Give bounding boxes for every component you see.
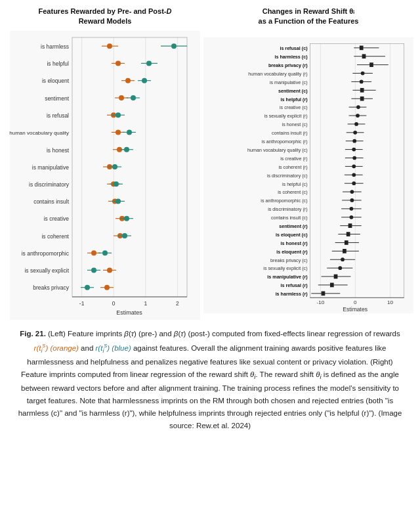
svg-text:contains insult (r): contains insult (r) — [272, 131, 308, 136]
svg-point-59 — [107, 267, 112, 273]
right-chart: Changes in Reward Shift θᵢas a Function … — [203, 7, 413, 320]
svg-point-119 — [352, 156, 356, 160]
svg-text:human vocabulary quality (r): human vocabulary quality (r) — [248, 72, 307, 77]
svg-text:sentiment (c): sentiment (c) — [278, 88, 308, 93]
svg-point-21 — [131, 95, 136, 100]
svg-text:Estimates: Estimates — [343, 306, 368, 313]
svg-text:1: 1 — [144, 300, 147, 307]
svg-text:0: 0 — [112, 300, 116, 307]
svg-text:is coherent: is coherent — [41, 233, 69, 240]
svg-rect-87 — [203, 37, 413, 313]
svg-rect-139 — [345, 240, 348, 245]
svg-text:2: 2 — [176, 300, 179, 307]
svg-point-57 — [102, 250, 108, 255]
svg-point-45 — [116, 198, 121, 204]
svg-point-9 — [171, 43, 177, 49]
svg-text:breaks privacy: breaks privacy — [33, 284, 70, 291]
left-chart: Features Rewarded by Pre- and Post-DRewa… — [7, 7, 203, 320]
svg-point-143 — [341, 257, 345, 261]
svg-text:is sexually explicit (r): is sexually explicit (r) — [264, 114, 308, 119]
svg-point-53 — [122, 233, 127, 238]
svg-point-61 — [91, 267, 96, 273]
left-chart-area: is harmless is helpful is eloquent senti… — [7, 31, 203, 320]
svg-rect-0 — [10, 31, 200, 320]
svg-point-33 — [124, 146, 129, 152]
svg-text:10: 10 — [387, 299, 394, 305]
svg-point-113 — [353, 131, 357, 135]
caption-blue: r(tis) (blue) — [95, 344, 131, 352]
charts-row: Features Rewarded by Pre- and Post-DRewa… — [7, 7, 413, 320]
svg-point-131 — [350, 207, 354, 211]
svg-rect-95 — [362, 54, 366, 58]
svg-point-15 — [125, 77, 131, 83]
svg-text:is honest (c): is honest (c) — [282, 122, 308, 127]
svg-text:is creative: is creative — [44, 215, 70, 222]
fig-label: Fig. 21. — [20, 330, 46, 338]
svg-point-13 — [146, 60, 152, 66]
right-chart-area: is refusal (c) is harmless (c) breaks pr… — [203, 31, 413, 320]
svg-text:0: 0 — [354, 299, 357, 305]
svg-text:is creative (r): is creative (r) — [280, 156, 307, 162]
svg-text:is sexually explicit (c): is sexually explicit (c) — [263, 266, 307, 271]
svg-point-49 — [124, 215, 129, 221]
svg-point-123 — [352, 173, 356, 177]
svg-point-109 — [356, 114, 360, 118]
svg-point-27 — [116, 129, 121, 135]
svg-rect-147 — [334, 274, 338, 278]
svg-point-99 — [361, 71, 365, 75]
svg-text:is helpful (c): is helpful (c) — [282, 181, 308, 187]
svg-rect-103 — [360, 88, 364, 93]
svg-rect-141 — [343, 249, 346, 254]
svg-point-111 — [354, 122, 358, 126]
svg-text:is manipulative (r): is manipulative (r) — [267, 275, 308, 280]
svg-rect-93 — [360, 45, 364, 50]
svg-text:is anthropomorphic (c): is anthropomorphic (c) — [261, 198, 307, 204]
svg-text:is anthropomorphic (r): is anthropomorphic (r) — [262, 139, 308, 144]
caption-and: and — [79, 344, 96, 352]
left-chart-title: Features Rewarded by Pre- and Post-DRewa… — [7, 7, 203, 27]
svg-text:is refusal (r): is refusal (r) — [281, 283, 308, 288]
svg-text:is manipulative: is manipulative — [32, 164, 69, 171]
page-container: Features Rewarded by Pre- and Post-DRewa… — [0, 0, 420, 439]
svg-point-101 — [360, 79, 364, 83]
svg-text:sentiment: sentiment — [45, 95, 69, 102]
svg-text:is honest (r): is honest (r) — [281, 241, 308, 246]
svg-text:is refusal: is refusal — [47, 112, 69, 119]
svg-point-65 — [85, 284, 90, 290]
svg-point-17 — [142, 77, 147, 83]
svg-point-127 — [350, 190, 354, 194]
svg-text:is harmless (r): is harmless (r) — [276, 292, 308, 297]
svg-text:breaks privacy (c): breaks privacy (c) — [270, 257, 307, 263]
svg-rect-97 — [369, 62, 373, 67]
svg-rect-135 — [348, 223, 352, 228]
svg-text:is eloquent: is eloquent — [42, 77, 70, 84]
svg-point-7 — [107, 43, 112, 49]
svg-rect-149 — [330, 282, 334, 287]
svg-point-25 — [116, 112, 121, 118]
svg-text:is refusal (c): is refusal (c) — [280, 46, 308, 51]
svg-text:human vocabulary quality: human vocabulary quality — [9, 130, 69, 136]
svg-text:is honest: is honest — [47, 147, 70, 154]
svg-point-29 — [127, 129, 132, 135]
caption-orange: r(tis) (orange) — [34, 344, 79, 352]
svg-text:is eloquent (c): is eloquent (c) — [276, 232, 308, 238]
svg-point-117 — [352, 148, 356, 152]
svg-point-11 — [116, 60, 121, 66]
svg-text:sentiment (r): sentiment (r) — [279, 224, 308, 229]
right-chart-title: Changes in Reward Shift θᵢas a Function … — [203, 7, 413, 27]
svg-point-55 — [91, 250, 96, 255]
svg-text:is manipulative (c): is manipulative (c) — [270, 80, 308, 85]
svg-text:human vocabulary quality (c): human vocabulary quality (c) — [247, 148, 307, 153]
svg-rect-105 — [360, 97, 364, 101]
svg-point-63 — [104, 284, 110, 290]
svg-text:is helpful: is helpful — [47, 60, 69, 67]
svg-point-41 — [114, 181, 119, 187]
svg-text:-10: -10 — [316, 299, 324, 305]
svg-text:is helpful (r): is helpful (r) — [281, 97, 308, 102]
svg-point-121 — [352, 164, 356, 168]
svg-text:is coherent (c): is coherent (c) — [278, 190, 307, 195]
svg-point-19 — [119, 95, 124, 100]
svg-text:is discriminatory: is discriminatory — [29, 181, 70, 188]
svg-point-133 — [350, 215, 354, 219]
svg-text:contains insult: contains insult — [33, 198, 70, 205]
